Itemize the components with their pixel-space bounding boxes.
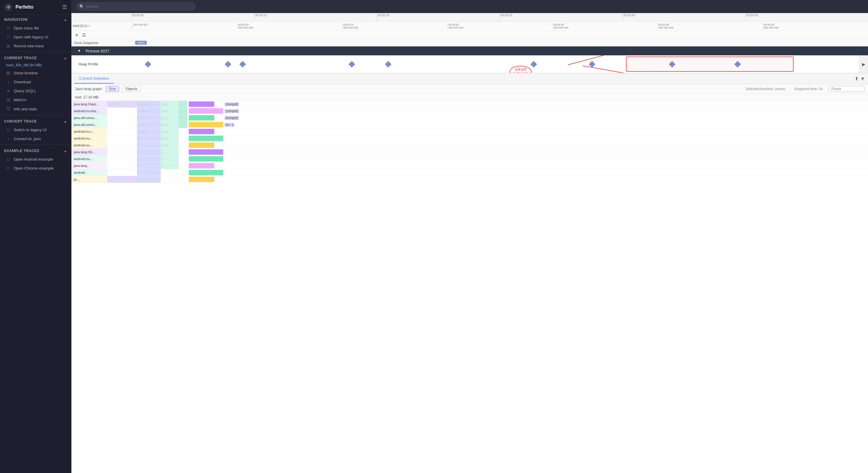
bar-segment <box>189 177 214 182</box>
table-row[interactable]: java.lang.Ob…j…j… <box>71 149 868 156</box>
tick-5: 00:00:50 <box>745 13 868 21</box>
switch-legacy-label: Switch to legacy UI <box>14 128 47 132</box>
bars-cell <box>188 169 223 176</box>
sidebar-item-open-chrome[interactable]: □ Open Chrome example <box>0 164 71 173</box>
navigation-section-header[interactable]: Navigation ▲ <box>0 14 71 24</box>
expand-button[interactable]: ☰ <box>81 32 87 38</box>
objects-btn[interactable]: Objects <box>122 86 141 92</box>
expand-panel-btn[interactable]: ▼ <box>860 76 865 81</box>
sidebar-section-navigation: Navigation ▲ □ Open trace file □ Open wi… <box>0 14 71 50</box>
sidebar-item-show-timeline[interactable]: ⊟ Show timeline <box>0 68 71 77</box>
cell-col: i… <box>107 176 137 183</box>
navigation-chevron: ▲ <box>64 18 67 22</box>
timeline-info-row: 5d08:20:21 + 769 924 007 00:00:00000 000… <box>71 22 868 31</box>
process-header-row: ▼ Process 8227 <box>71 46 868 55</box>
sidebar-item-open-legacy-ui[interactable]: □ Open with legacy UI <box>0 32 71 41</box>
table-row[interactable]: android.icu…a…andr… <box>71 142 868 149</box>
sidebar-item-record-new-trace[interactable]: ◎ Record new trace <box>0 41 71 50</box>
snapshot-time: Snapshot time: 0s <box>794 87 823 91</box>
divider-2 <box>0 115 71 115</box>
cell-col: java… <box>161 114 179 122</box>
diamond-3[interactable] <box>348 61 355 68</box>
current-trace-section-header[interactable]: Current Trace ▲ <box>0 53 71 62</box>
cell-col: java… <box>161 128 179 135</box>
close-button[interactable]: ✕ <box>74 32 80 38</box>
process-collapse-btn[interactable]: ▼ <box>74 46 84 55</box>
info-icon: ⓘ <box>6 106 11 111</box>
table-row[interactable]: java.lang.Class…java.lang…java.la…java…j… <box>71 101 868 108</box>
bars-cell <box>188 101 223 108</box>
table-row[interactable]: java.util.concu…java.u…java…i[m…] <box>71 122 868 128</box>
search-bar: 🔍 <box>71 0 868 13</box>
android-icon: □ <box>6 157 11 162</box>
cell-col <box>179 162 188 169</box>
sidebar-item-open-android[interactable]: □ Open Android example <box>0 155 71 164</box>
chrome-icon: □ <box>6 166 11 170</box>
menu-button[interactable]: ☰ <box>62 4 67 10</box>
example-traces-section-header[interactable]: Example Traces ▲ <box>0 146 71 155</box>
cell-col: a… <box>137 142 161 149</box>
sidebar-item-convert-json[interactable]: ↓ Convert to .json <box>0 134 71 143</box>
ns-tick-5: 00:00:40000 000 000 <box>658 23 763 29</box>
diamond-5[interactable] <box>530 61 537 68</box>
table-row[interactable]: android…j… <box>71 169 868 176</box>
bars-cell <box>188 162 223 169</box>
table-row[interactable]: android.icu.imp…android…java…a…[merged] <box>71 108 868 114</box>
table-row[interactable]: android.icu…ja…java… <box>71 135 868 142</box>
timeline-icon: ⊟ <box>6 70 11 75</box>
selected-fn: Selected function: (none) <box>746 87 785 91</box>
cell-col: j… <box>161 162 179 169</box>
cell-col <box>107 135 137 142</box>
cell-col: java… <box>161 101 179 108</box>
focus-input[interactable] <box>829 86 864 92</box>
table-row[interactable]: ja…i…j <box>71 176 868 183</box>
search-input[interactable] <box>76 2 195 10</box>
annotation-bubble: 选择这两 组进行比较 <box>509 66 532 73</box>
bars-cell <box>188 122 223 128</box>
sidebar-section-current-trace: Current Trace ▲ trace_60s_diff (84 MB) ⊟… <box>0 53 71 114</box>
sidebar-item-open-trace-file[interactable]: □ Open trace file <box>0 24 71 32</box>
navigation-label: Navigation <box>4 18 28 22</box>
cell-col: java… <box>161 135 179 142</box>
table-row[interactable]: android.icu.i…java.u…java… <box>71 128 868 135</box>
sidebar-item-download[interactable]: ↓ Download <box>0 77 71 86</box>
sidebar-header: Perfetto ☰ <box>0 0 71 14</box>
main-content: 🔍 00:00:00 00:00:10 00:00:20 00:00:30 00… <box>71 0 868 473</box>
cell-name: android.icu… <box>71 156 107 162</box>
sidebar: Perfetto ☰ Navigation ▲ □ Open trace fil… <box>0 0 71 473</box>
convert-trace-section-header[interactable]: Convert trace ▲ <box>0 116 71 125</box>
time-offset: 5d08:20:21 + <box>73 24 90 28</box>
cell-col <box>179 128 188 135</box>
flamegraph-container[interactable]: java.lang.Class…java.lang…java.la…java…j… <box>71 101 868 473</box>
sql-icon: ≡ <box>6 88 11 93</box>
show-timeline-label: Show timeline <box>14 71 38 75</box>
tab-current-selection[interactable]: Current Selection <box>74 74 114 83</box>
table-row[interactable]: java.lang…j…j… <box>71 162 868 169</box>
diamond-4[interactable] <box>385 61 392 68</box>
ns-tick-3: 00:00:20000 000 000 <box>447 23 553 29</box>
json-icon: ↓ <box>6 136 11 141</box>
cell-name: java.util.concu… <box>71 114 107 122</box>
bar-segment <box>189 115 214 121</box>
cell-col <box>179 149 188 156</box>
table-row[interactable]: android.icu…j…j… <box>71 156 868 162</box>
diamond-0[interactable] <box>145 61 152 68</box>
scroll-top-btn[interactable]: ⬆ <box>855 76 859 81</box>
perfetto-logo <box>4 3 12 11</box>
size-btn[interactable]: Size <box>106 86 119 92</box>
cell-col <box>107 162 137 169</box>
scroll-right-btn[interactable]: ▶ <box>859 55 868 73</box>
diamond-2[interactable] <box>239 61 246 68</box>
sidebar-item-metrics[interactable]: ◷ Metrics <box>0 95 71 104</box>
ns-tick-6: 00:00:50000 000 000 <box>763 23 868 29</box>
sidebar-item-switch-legacy[interactable]: □ Switch to legacy UI <box>0 125 71 134</box>
table-row[interactable]: java.util.concu…java.u…java…a[merged] <box>71 114 868 122</box>
cell-col: ja… <box>137 135 161 142</box>
heap-track[interactable]: 选择这两 组进行比较 <box>131 55 859 73</box>
merged-badge: [merged] <box>224 116 239 120</box>
sidebar-item-info-stats[interactable]: ⓘ Info and stats <box>0 104 71 114</box>
diamond-1[interactable] <box>225 61 231 68</box>
cell-col <box>107 108 137 114</box>
metrics-label: Metrics <box>14 98 26 102</box>
sidebar-item-query-sql[interactable]: ≡ Query (SQL) <box>0 86 71 95</box>
